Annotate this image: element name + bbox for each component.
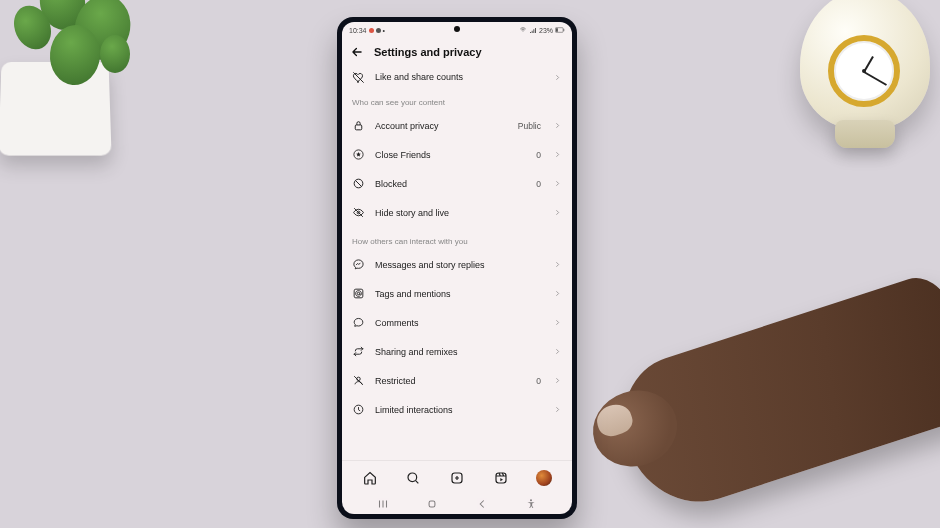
battery-icon bbox=[555, 27, 565, 34]
chevron-right-icon bbox=[553, 260, 562, 269]
lock-icon bbox=[352, 119, 365, 132]
svg-rect-3 bbox=[355, 125, 362, 130]
row-value: 0 bbox=[536, 150, 541, 160]
row-label: Messages and story replies bbox=[375, 260, 543, 270]
decorative-clock bbox=[780, 0, 940, 190]
row-blocked[interactable]: Blocked 0 bbox=[342, 169, 572, 198]
row-hide-story-live[interactable]: Hide story and live bbox=[342, 198, 572, 227]
page-title: Settings and privacy bbox=[374, 46, 482, 58]
row-tags-mentions[interactable]: Tags and mentions bbox=[342, 279, 572, 308]
user-finger bbox=[605, 270, 940, 521]
profile-avatar[interactable] bbox=[536, 470, 552, 486]
chevron-right-icon bbox=[553, 208, 562, 217]
row-value: 0 bbox=[536, 179, 541, 189]
chevron-right-icon bbox=[553, 289, 562, 298]
messenger-icon bbox=[352, 258, 365, 271]
phone-screen: 10:34 • 23% S bbox=[342, 22, 572, 514]
chevron-right-icon bbox=[553, 150, 562, 159]
bottom-nav bbox=[342, 460, 572, 494]
signal-icon bbox=[529, 26, 537, 35]
row-label: Close Friends bbox=[375, 150, 526, 160]
app-bar: Settings and privacy bbox=[342, 38, 572, 66]
svg-point-11 bbox=[408, 473, 417, 482]
row-label: Account privacy bbox=[375, 121, 508, 131]
row-value: 0 bbox=[536, 376, 541, 386]
row-limited-interactions[interactable]: Limited interactions bbox=[342, 395, 572, 424]
row-messages-replies[interactable]: Messages and story replies bbox=[342, 250, 572, 279]
svg-point-15 bbox=[530, 499, 532, 501]
chevron-right-icon bbox=[553, 347, 562, 356]
svg-rect-13 bbox=[496, 473, 506, 483]
blocked-icon bbox=[352, 177, 365, 190]
row-restricted[interactable]: Restricted 0 bbox=[342, 366, 572, 395]
notification-dot-icon bbox=[369, 28, 374, 33]
camera-hole bbox=[454, 26, 460, 32]
row-label: Blocked bbox=[375, 179, 526, 189]
row-close-friends[interactable]: Close Friends 0 bbox=[342, 140, 572, 169]
reels-icon[interactable] bbox=[493, 470, 509, 486]
row-label: Sharing and remixes bbox=[375, 347, 543, 357]
at-icon bbox=[352, 287, 365, 300]
row-comments[interactable]: Comments bbox=[342, 308, 572, 337]
comment-icon bbox=[352, 316, 365, 329]
row-label: Like and share counts bbox=[375, 72, 543, 82]
row-account-privacy[interactable]: Account privacy Public bbox=[342, 111, 572, 140]
system-nav-bar bbox=[342, 494, 572, 514]
row-label: Restricted bbox=[375, 376, 526, 386]
wifi-icon bbox=[519, 26, 527, 35]
recents-button[interactable] bbox=[376, 497, 390, 511]
svg-rect-1 bbox=[556, 28, 558, 31]
search-icon[interactable] bbox=[405, 470, 421, 486]
battery-text: 23% bbox=[539, 27, 553, 34]
row-sharing-remixes[interactable]: Sharing and remixes bbox=[342, 337, 572, 366]
row-label: Tags and mentions bbox=[375, 289, 543, 299]
eye-off-icon bbox=[352, 206, 365, 219]
row-label: Limited interactions bbox=[375, 405, 543, 415]
chevron-right-icon bbox=[553, 405, 562, 414]
limited-icon bbox=[352, 403, 365, 416]
notification-more-icon: • bbox=[383, 27, 385, 34]
section-header-interactions: How others can interact with you bbox=[342, 227, 572, 250]
back-button[interactable] bbox=[475, 497, 489, 511]
heart-off-icon bbox=[352, 71, 365, 84]
home-icon[interactable] bbox=[362, 470, 378, 486]
chevron-right-icon bbox=[553, 121, 562, 130]
chevron-right-icon bbox=[553, 318, 562, 327]
phone-frame: 10:34 • 23% S bbox=[337, 17, 577, 519]
section-header-content-visibility: Who can see your content bbox=[342, 88, 572, 111]
row-like-share-counts[interactable]: Like and share counts bbox=[342, 66, 572, 88]
svg-rect-2 bbox=[563, 28, 564, 30]
status-time: 10:34 bbox=[349, 27, 367, 34]
notification-dot-icon bbox=[376, 28, 381, 33]
chevron-right-icon bbox=[553, 179, 562, 188]
back-icon[interactable] bbox=[350, 45, 364, 59]
chevron-right-icon bbox=[553, 73, 562, 82]
star-circle-icon bbox=[352, 148, 365, 161]
accessibility-button[interactable] bbox=[524, 497, 538, 511]
row-label: Hide story and live bbox=[375, 208, 543, 218]
restricted-icon bbox=[352, 374, 365, 387]
row-value: Public bbox=[518, 121, 541, 131]
svg-rect-14 bbox=[429, 501, 435, 507]
settings-list[interactable]: Like and share counts Who can see your c… bbox=[342, 66, 572, 460]
chevron-right-icon bbox=[553, 376, 562, 385]
home-button[interactable] bbox=[425, 497, 439, 511]
row-label: Comments bbox=[375, 318, 543, 328]
remix-icon bbox=[352, 345, 365, 358]
decorative-plant bbox=[0, 0, 155, 170]
create-icon[interactable] bbox=[449, 470, 465, 486]
